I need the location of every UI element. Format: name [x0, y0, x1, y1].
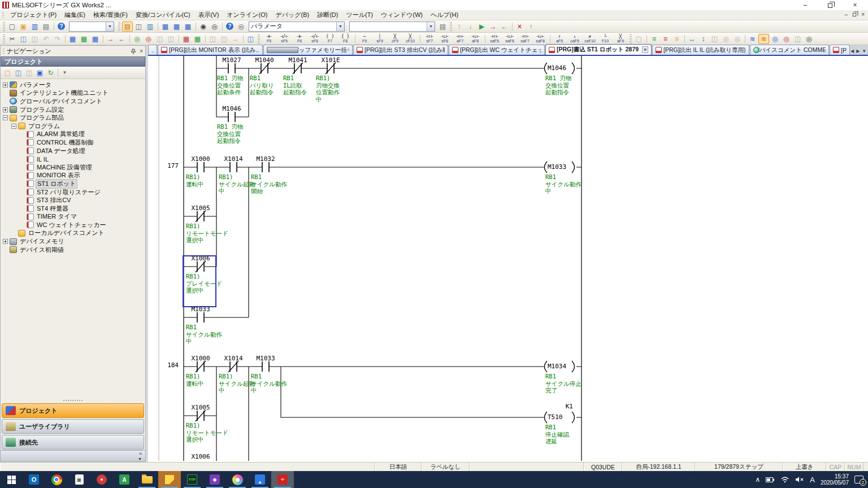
device-comment-button[interactable]: ▦: [160, 21, 171, 32]
toolbar-grip[interactable]: [630, 34, 632, 43]
minimize-button[interactable]: –: [800, 1, 810, 9]
toolbar-grip[interactable]: [118, 22, 120, 31]
expand-icon[interactable]: [3, 82, 8, 88]
wire-mode-button[interactable]: ≋: [747, 34, 758, 44]
tab-overflow[interactable]: …: [148, 45, 157, 55]
delete-horizontal-line-button[interactable]: ╳cF9: [388, 33, 402, 45]
tree-item-alarm[interactable]: ALARM 異常処理: [1, 130, 145, 139]
tab-device-buffer-monitor[interactable]: デバイス/バッファメモリ一括モニタ-1: [263, 45, 353, 55]
tab-device-comment[interactable]: デバイスコメント COMMENT: [750, 45, 829, 55]
menu-item[interactable]: 変換/コンパイル(C): [132, 10, 194, 19]
tree-item-st4[interactable]: ST4 秤量器: [1, 204, 145, 213]
menu-item[interactable]: オンライン(O): [223, 10, 271, 19]
expand-icon[interactable]: [3, 239, 8, 244]
start-button[interactable]: [0, 471, 23, 488]
help-button[interactable]: [56, 21, 67, 32]
tree-item-parameter[interactable]: パラメータ: [1, 81, 145, 89]
cut-button[interactable]: ✂: [7, 34, 18, 44]
battery-icon[interactable]: [766, 476, 775, 483]
taskbar-outlook[interactable]: O: [23, 471, 45, 488]
close-button[interactable]: ×: [850, 1, 860, 9]
dm-display-button[interactable]: ◫: [792, 34, 803, 44]
toolbar-grip[interactable]: [258, 34, 260, 43]
toolbar-grip[interactable]: [3, 34, 5, 43]
mdi-restore-button[interactable]: [852, 11, 857, 18]
more-icon[interactable]: »: [139, 451, 142, 456]
taskbar-translator[interactable]: A: [113, 471, 136, 488]
statement-display-button[interactable]: ◎: [721, 34, 731, 44]
jump-history-button[interactable]: →: [230, 34, 241, 44]
pulse-ne-close-contact-button[interactable]: ⊣↓⊢saF6: [502, 33, 517, 45]
quick-combo[interactable]: ▼: [69, 21, 114, 32]
nav-copy-button[interactable]: ◫: [13, 68, 24, 78]
menu-item[interactable]: 表示(V): [194, 10, 223, 19]
tree-item-machine[interactable]: MACHINE 設備管理: [1, 163, 145, 172]
pulse-ne-branch-button[interactable]: ⊣↑⊢saF7: [518, 33, 532, 45]
comment-display-button[interactable]: ◫: [709, 34, 720, 44]
edit-mode-button[interactable]: ≡: [671, 34, 682, 44]
monitor-write-button[interactable]: →: [488, 21, 498, 32]
pulse-open-contact-button[interactable]: ⊣↑⊢sF7: [422, 33, 437, 45]
menu-item[interactable]: 編集(E): [60, 10, 89, 19]
notification-center-icon[interactable]: 2: [854, 476, 863, 483]
device-batch-button[interactable]: ▦: [183, 21, 193, 32]
read-from-plc-button[interactable]: ↑: [454, 21, 465, 32]
vertical-line-button[interactable]: │sF9: [372, 33, 387, 45]
help2-button[interactable]: [224, 21, 235, 32]
tab-wc[interactable]: [PRG]読出 WC ウェイトチェッカー (読み取...: [449, 45, 545, 55]
tab-partial[interactable]: [PRG: [830, 45, 850, 55]
menu-item[interactable]: 検索/置換(F): [89, 10, 132, 19]
menu-item[interactable]: ウィンドウ(W): [377, 10, 427, 19]
jump-next-button[interactable]: →: [105, 34, 116, 44]
nav-paste-button[interactable]: ◫: [24, 68, 34, 78]
taskbar-chrome[interactable]: [45, 471, 68, 488]
tree-item-monitor[interactable]: MONITOR 表示: [1, 172, 145, 180]
tree-item-timer[interactable]: TIMER タイマ: [1, 213, 145, 221]
falling-pulse-button[interactable]: ↓caF5: [567, 33, 582, 45]
taskbar-paint[interactable]: [226, 471, 249, 488]
sampling2-button[interactable]: ◫: [219, 34, 229, 44]
zoom-level-button[interactable]: ◎: [804, 34, 814, 44]
tree-item-il[interactable]: IL IL: [1, 155, 145, 163]
copy-button[interactable]: ◫: [18, 34, 29, 44]
page-setup-button[interactable]: ▤: [437, 21, 448, 32]
tree-item-local-device-comment[interactable]: ローカルデバイスコメント: [1, 229, 145, 238]
project-view-button[interactable]: プロジェクト: [2, 403, 144, 418]
save-button[interactable]: ▥: [29, 21, 40, 32]
ime-indicator[interactable]: A: [810, 476, 815, 484]
tab-scroll-right-button[interactable]: ▶: [856, 49, 860, 54]
nav-filter-button[interactable]: ▼: [59, 68, 70, 78]
zoom-read-button[interactable]: ◎: [781, 34, 792, 44]
taskbar-photos[interactable]: ▲: [249, 471, 271, 488]
tab-st3[interactable]: [PRG]読出 ST3 排出CV (読み取り...: [353, 45, 448, 55]
zoom-write-button[interactable]: ◎: [770, 34, 780, 44]
taskbar-sticky-notes[interactable]: [158, 471, 181, 488]
tab-il[interactable]: [PRG]読出 IL IL (読み取り専用) 22...: [652, 45, 749, 55]
ladder-editor[interactable]: M1027 M1040 M1041 X101E RB1 刃物 交換位置 起動条件…: [148, 56, 868, 462]
print-button[interactable]: ▤: [41, 21, 51, 32]
menu-item[interactable]: ツール(T): [342, 10, 377, 19]
nav-property-button[interactable]: ▣: [34, 68, 45, 78]
tray-expand-icon[interactable]: ∧: [755, 476, 760, 483]
open-project-button[interactable]: ▣: [18, 21, 29, 32]
parameter-combo[interactable]: パラメータ▼: [249, 21, 345, 32]
close-branch-button[interactable]: ⊣/⊢sF6: [307, 33, 322, 45]
tree-item-intelligent-unit[interactable]: インテリジェント機能ユニット: [1, 89, 145, 98]
tree-item-program[interactable]: プログラム: [1, 122, 145, 130]
navigation-window-button[interactable]: ▤: [122, 21, 133, 32]
tree-item-global-device-comment[interactable]: グローバルデバイスコメント: [1, 97, 145, 106]
expand-icon[interactable]: [3, 107, 8, 112]
taskbar-gxworks2[interactable]: ⊣⊢: [271, 471, 294, 488]
device-combo[interactable]: ▼: [349, 21, 435, 32]
volume-muted-icon[interactable]: [795, 476, 804, 483]
application-instruction-button[interactable]: { }F8: [338, 33, 353, 45]
watch-button[interactable]: ◉: [198, 21, 209, 32]
delete-edit-line-button[interactable]: ≡: [660, 34, 671, 44]
tab-st1-active[interactable]: [PRG]書込 ST1 ロボット 2879ス...×: [545, 44, 652, 55]
monitor-stop-button[interactable]: ×: [514, 21, 525, 32]
nav-refresh-button[interactable]: ↻: [45, 68, 56, 78]
note-display-button[interactable]: ◎: [732, 34, 743, 44]
device-display-button[interactable]: ▦: [67, 34, 78, 44]
device-test2-button[interactable]: ▦: [192, 34, 203, 44]
sampling-button[interactable]: ◫: [207, 34, 218, 44]
